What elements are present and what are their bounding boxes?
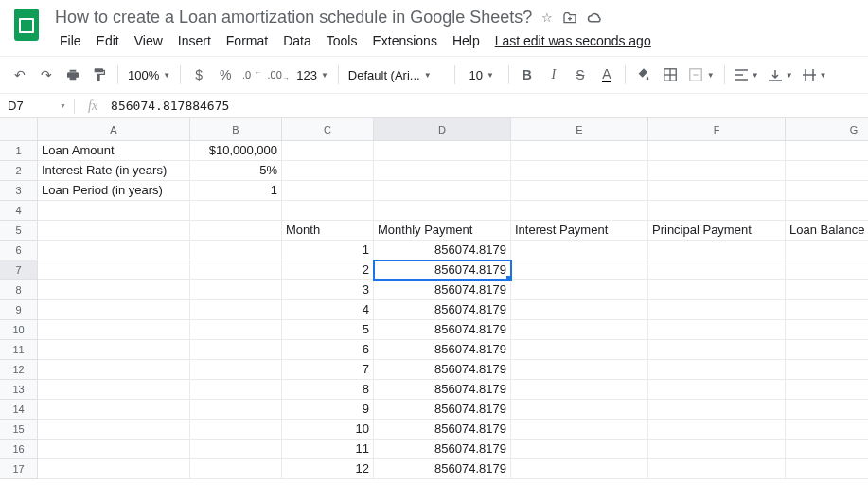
cell-G16[interactable]: [786, 440, 868, 459]
cell-E1[interactable]: [511, 141, 648, 161]
cell-E11[interactable]: [511, 340, 648, 360]
cell-A10[interactable]: [38, 320, 190, 340]
menu-format[interactable]: Format: [220, 29, 275, 52]
cell-B12[interactable]: [190, 360, 282, 380]
cell-D10[interactable]: 856074.8179: [374, 320, 511, 340]
cell-C7[interactable]: 2: [282, 260, 374, 280]
cell-E5[interactable]: Interest Payment: [511, 221, 648, 241]
cell-E15[interactable]: [511, 420, 648, 440]
cell-E14[interactable]: [511, 400, 648, 420]
cell-E10[interactable]: [511, 320, 648, 340]
cell-G4[interactable]: [786, 201, 868, 221]
font-select[interactable]: Default (Ari...▼: [345, 63, 449, 87]
cell-F15[interactable]: [648, 420, 786, 440]
strike-button[interactable]: S: [568, 63, 593, 87]
undo-button[interactable]: ↶: [8, 63, 32, 87]
cell-C9[interactable]: 4: [282, 300, 374, 320]
cell-C1[interactable]: [282, 141, 374, 161]
cell-G2[interactable]: [786, 161, 868, 181]
cell-F16[interactable]: [648, 440, 786, 459]
menu-view[interactable]: View: [128, 29, 169, 52]
cell-A6[interactable]: [38, 241, 190, 260]
cell-A12[interactable]: [38, 360, 190, 380]
cell-G12[interactable]: [786, 360, 868, 380]
cell-A2[interactable]: Interest Rate (in years): [38, 161, 190, 181]
cell-G15[interactable]: [786, 420, 868, 440]
cell-C17[interactable]: 12: [282, 459, 374, 479]
cell-B8[interactable]: [190, 280, 282, 300]
cell-C10[interactable]: 5: [282, 320, 374, 340]
cell-A4[interactable]: [38, 201, 190, 221]
zoom-select[interactable]: 100%▼: [124, 63, 174, 87]
cell-A11[interactable]: [38, 340, 190, 360]
menu-file[interactable]: File: [53, 29, 88, 52]
name-box[interactable]: D7▼: [0, 99, 74, 113]
cell-E17[interactable]: [511, 459, 648, 479]
row-header-9[interactable]: 9: [0, 300, 37, 320]
cell-G7[interactable]: [786, 260, 868, 280]
cell-F7[interactable]: [648, 260, 786, 280]
cell-C12[interactable]: 7: [282, 360, 374, 380]
cell-F12[interactable]: [648, 360, 786, 380]
move-icon[interactable]: [562, 10, 577, 26]
row-header-1[interactable]: 1: [0, 141, 37, 161]
row-header-16[interactable]: 16: [0, 440, 37, 459]
col-header-G[interactable]: G: [786, 118, 868, 140]
cell-D12[interactable]: 856074.8179: [374, 360, 511, 380]
cell-F5[interactable]: Principal Payment: [648, 221, 786, 241]
row-header-17[interactable]: 17: [0, 459, 37, 479]
halign-button[interactable]: ▼: [731, 63, 763, 87]
row-header-15[interactable]: 15: [0, 420, 37, 440]
cell-D13[interactable]: 856074.8179: [374, 380, 511, 400]
cell-G8[interactable]: [786, 280, 868, 300]
cell-G11[interactable]: [786, 340, 868, 360]
currency-button[interactable]: $: [186, 63, 211, 87]
cell-E16[interactable]: [511, 440, 648, 459]
cell-B17[interactable]: [190, 459, 282, 479]
cell-B3[interactable]: 1: [190, 181, 282, 201]
cell-A5[interactable]: [38, 221, 190, 241]
cell-B4[interactable]: [190, 201, 282, 221]
cell-B11[interactable]: [190, 340, 282, 360]
cell-A7[interactable]: [38, 260, 190, 280]
cell-E4[interactable]: [511, 201, 648, 221]
cell-C6[interactable]: 1: [282, 241, 374, 260]
cell-C15[interactable]: 10: [282, 420, 374, 440]
cell-D6[interactable]: 856074.8179: [374, 241, 511, 260]
cell-D17[interactable]: 856074.8179: [374, 459, 511, 479]
menu-edit[interactable]: Edit: [90, 29, 126, 52]
row-header-3[interactable]: 3: [0, 181, 37, 201]
cell-E2[interactable]: [511, 161, 648, 181]
cell-E9[interactable]: [511, 300, 648, 320]
cell-F3[interactable]: [648, 181, 786, 201]
cell-F4[interactable]: [648, 201, 786, 221]
cell-D9[interactable]: 856074.8179: [374, 300, 511, 320]
cell-B15[interactable]: [190, 420, 282, 440]
cell-G14[interactable]: [786, 400, 868, 420]
cell-F1[interactable]: [648, 141, 786, 161]
row-header-5[interactable]: 5: [0, 221, 37, 241]
cell-C3[interactable]: [282, 181, 374, 201]
row-header-7[interactable]: 7: [0, 260, 37, 280]
row-header-4[interactable]: 4: [0, 201, 37, 221]
cell-A15[interactable]: [38, 420, 190, 440]
cell-A9[interactable]: [38, 300, 190, 320]
cell-C13[interactable]: 8: [282, 380, 374, 400]
last-edit-link[interactable]: Last edit was seconds ago: [488, 29, 658, 52]
cell-D2[interactable]: [374, 161, 511, 181]
cell-C5[interactable]: Month: [282, 221, 374, 241]
menu-tools[interactable]: Tools: [320, 29, 364, 52]
cell-B14[interactable]: [190, 400, 282, 420]
cell-C2[interactable]: [282, 161, 374, 181]
cell-B7[interactable]: [190, 260, 282, 280]
cell-G3[interactable]: [786, 181, 868, 201]
cell-G9[interactable]: [786, 300, 868, 320]
italic-button[interactable]: I: [541, 63, 566, 87]
cell-D4[interactable]: [374, 201, 511, 221]
col-header-B[interactable]: B: [190, 118, 282, 140]
row-header-13[interactable]: 13: [0, 380, 37, 400]
cell-C16[interactable]: 11: [282, 440, 374, 459]
row-header-10[interactable]: 10: [0, 320, 37, 340]
cell-C8[interactable]: 3: [282, 280, 374, 300]
font-size-select[interactable]: 10▼: [461, 63, 503, 87]
